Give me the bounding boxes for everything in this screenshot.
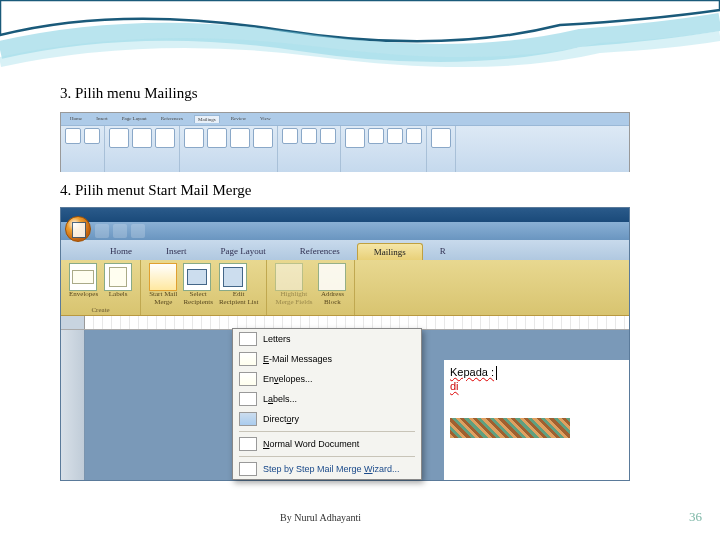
step-1-text: 3. Pilih menu Mailings <box>60 85 660 102</box>
word-ribbon-large: Home Insert Page Layout References Maili… <box>60 207 630 481</box>
select-recipients-button[interactable] <box>183 263 211 291</box>
tab-page-layout[interactable]: Page Layout <box>204 242 283 260</box>
office-button-icon[interactable] <box>65 216 91 242</box>
dd-directory[interactable]: Directory <box>233 409 421 429</box>
doc-text-di: di <box>450 380 459 392</box>
titlebar <box>61 208 629 222</box>
highlight-merge-fields-button[interactable] <box>275 263 303 291</box>
step-2-text: 4. Pilih menut Start Mail Merge <box>60 182 660 199</box>
start-mail-merge-dropdown: Letters E-Mail Messages Envelopes... Lab… <box>232 328 422 480</box>
save-icon[interactable] <box>95 224 109 238</box>
decorative-pattern <box>450 418 570 438</box>
group-create: Envelopes Labels Create <box>61 260 141 315</box>
labels-icon[interactable] <box>104 263 132 291</box>
undo-icon[interactable] <box>113 224 127 238</box>
address-block-button[interactable] <box>318 263 346 291</box>
tab-insert[interactable]: Insert <box>149 242 204 260</box>
group-start-mail-merge: Start Mail Merge Select Recipients Edit … <box>141 260 267 315</box>
dd-envelopes[interactable]: Envelopes... <box>233 369 421 389</box>
document-page: Kepada : di <box>444 360 629 480</box>
word-ribbon-small: HomeInsertPage LayoutReferencesMailingsR… <box>60 112 630 172</box>
ribbon-tabs: Home Insert Page Layout References Maili… <box>61 240 629 260</box>
tab-mailings[interactable]: Mailings <box>357 243 423 260</box>
start-mail-merge-button[interactable] <box>149 263 177 291</box>
dd-normal[interactable]: Normal Word Document <box>233 434 421 454</box>
dd-wizard[interactable]: Step by Step Mail Merge Wizard... <box>233 459 421 479</box>
dd-letters[interactable]: Letters <box>233 329 421 349</box>
footer-author: By Nurul Adhayanti <box>280 512 361 523</box>
dd-labels[interactable]: Labels... <box>233 389 421 409</box>
ribbon1-tabs: HomeInsertPage LayoutReferencesMailingsR… <box>61 113 629 126</box>
document-area: Letters E-Mail Messages Envelopes... Lab… <box>61 330 629 480</box>
tab-home[interactable]: Home <box>93 242 149 260</box>
envelopes-icon[interactable] <box>69 263 97 291</box>
footer-page-number: 36 <box>689 509 702 525</box>
edit-recipient-list-button[interactable] <box>219 263 247 291</box>
tab-partial[interactable]: R <box>423 242 463 260</box>
group-write-insert: Highlight Merge Fields Address Block <box>267 260 355 315</box>
quick-access-toolbar <box>61 222 629 240</box>
dd-email[interactable]: E-Mail Messages <box>233 349 421 369</box>
doc-text-kepada: Kepada : <box>450 366 494 378</box>
tab-references[interactable]: References <box>283 242 357 260</box>
redo-icon[interactable] <box>131 224 145 238</box>
